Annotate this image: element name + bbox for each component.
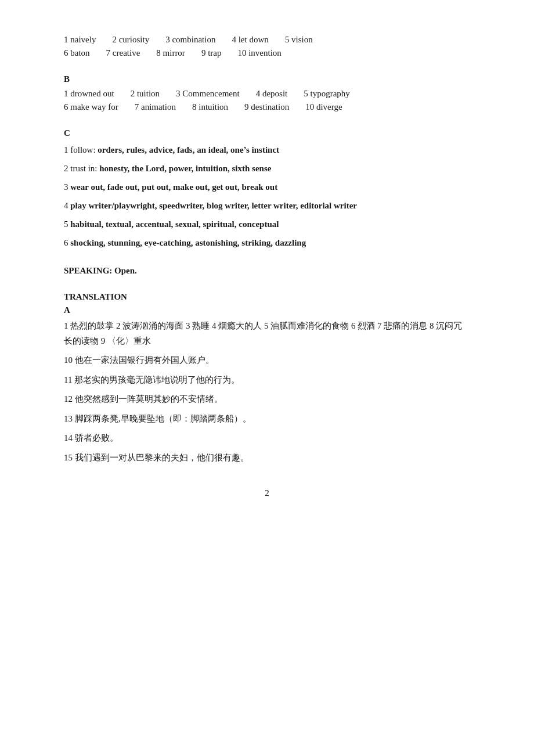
item-text: wear out, fade out, put out, make out, g… (70, 182, 277, 192)
list-item: 4 play writer/playwright, speedwriter, b… (64, 199, 470, 213)
page-number: 2 (64, 488, 470, 498)
item-number: 6 (64, 238, 70, 247)
word-item: 6 make way for (64, 102, 118, 112)
section-b-row2: 6 make way for7 animation8 intuition9 de… (64, 102, 470, 112)
word-item: 7 creative (106, 48, 140, 58)
item-number: 4 (64, 201, 70, 210)
translation-section: TRANSLATION A 1 热烈的鼓掌 2 波涛汹涌的海面 3 熟睡 4 烟… (64, 292, 470, 465)
word-item: 8 intuition (192, 102, 228, 112)
item-number: 2 (64, 164, 70, 173)
item-number: 5 (64, 219, 70, 229)
item-text: orders, rules, advice, fads, an ideal, o… (98, 145, 279, 154)
word-item: 2 tuition (131, 89, 160, 99)
list-item: 15 我们遇到一对从巴黎来的夫妇，他们很有趣。 (64, 451, 470, 466)
word-item: 6 baton (64, 48, 90, 58)
item-text: shocking, stunning, eye-catching, astoni… (70, 238, 306, 247)
word-item: 4 let down (232, 35, 268, 45)
word-item: 2 curiosity (112, 35, 149, 45)
translation-a-label: A (64, 305, 470, 315)
word-item: 3 combination (165, 35, 215, 45)
list-item: 12 他突然感到一阵莫明其妙的不安情绪。 (64, 392, 470, 407)
word-item: 9 destination (244, 102, 289, 112)
list-item: 11 那老实的男孩毫无隐讳地说明了他的行为。 (64, 373, 470, 388)
word-item: 5 vision (285, 35, 313, 45)
list-item: 5 habitual, textual, accentual, sexual, … (64, 217, 470, 231)
word-item: 1 drowned out (64, 89, 114, 99)
section-c: C 1 follow: orders, rules, advice, fads,… (64, 128, 470, 250)
list-item: 6 shocking, stunning, eye-catching, asto… (64, 236, 470, 250)
word-item: 4 deposit (256, 89, 288, 99)
list-item: 14 骄者必败。 (64, 431, 470, 446)
word-item: 8 mirror (156, 48, 185, 58)
section-b: B 1 drowned out2 tuition3 Commencement4 … (64, 74, 470, 112)
word-item: 9 trap (201, 48, 222, 58)
word-item: 5 typography (304, 89, 350, 99)
section-b-row1: 1 drowned out2 tuition3 Commencement4 de… (64, 89, 470, 99)
section-a-row2: 6 baton7 creative8 mirror9 trap10 invent… (64, 48, 470, 58)
section-c-label: C (64, 128, 470, 138)
word-item: 3 Commencement (176, 89, 240, 99)
item-number: 3 (64, 182, 70, 192)
section-c-items: 1 follow: orders, rules, advice, fads, a… (64, 143, 470, 250)
word-item: 10 diverge (305, 102, 342, 112)
translation-items: 1 热烈的鼓掌 2 波涛汹涌的海面 3 熟睡 4 烟瘾大的人 5 油腻而难消化的… (64, 319, 470, 465)
list-item: 1 热烈的鼓掌 2 波涛汹涌的海面 3 熟睡 4 烟瘾大的人 5 油腻而难消化的… (64, 319, 470, 348)
section-a: 1 naively2 curiosity3 combination4 let d… (64, 35, 470, 58)
section-a-row1: 1 naively2 curiosity3 combination4 let d… (64, 35, 470, 45)
item-text: habitual, textual, accentual, sexual, sp… (70, 219, 279, 229)
list-item: 10 他在一家法国银行拥有外国人账户。 (64, 353, 470, 368)
section-b-label: B (64, 74, 470, 84)
word-item: 7 animation (135, 102, 176, 112)
speaking-label: SPEAKING: Open. (64, 266, 470, 276)
word-item: 10 invention (237, 48, 281, 58)
item-number: 1 (64, 145, 70, 154)
item-text: honesty, the Lord, power, intuition, six… (99, 164, 271, 173)
list-item: 1 follow: orders, rules, advice, fads, a… (64, 143, 470, 157)
translation-label: TRANSLATION (64, 292, 470, 302)
list-item: 13 脚踩两条凳,早晚要坠地（即：脚踏两条船）。 (64, 412, 470, 427)
item-text: play writer/playwright, speedwriter, blo… (70, 201, 357, 210)
list-item: 2 trust in: honesty, the Lord, power, in… (64, 161, 470, 175)
list-item: 3 wear out, fade out, put out, make out,… (64, 180, 470, 194)
word-item: 1 naively (64, 35, 96, 45)
speaking-section: SPEAKING: Open. (64, 266, 470, 276)
